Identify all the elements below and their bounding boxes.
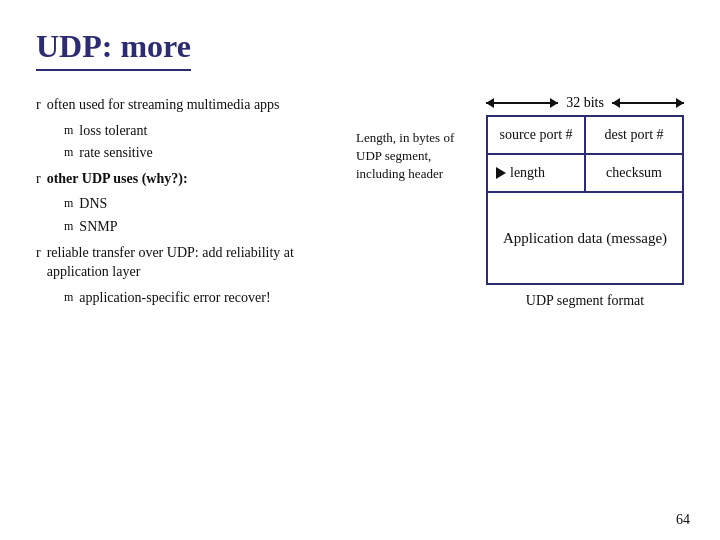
length-cell: length — [488, 155, 586, 191]
udp-row-2: length checksum — [488, 155, 682, 193]
app-data-cell: Application data (message) — [488, 216, 682, 260]
checksum-cell: checksum — [586, 155, 682, 191]
page-number: 64 — [676, 512, 690, 528]
udp-table: source port # dest port # length checksu… — [486, 115, 684, 285]
slide-title: UDP: more — [36, 28, 191, 71]
bullet-text-3: reliable transfer over UDP: add reliabil… — [47, 243, 346, 282]
bullet-2: r other UDP uses (why?): — [36, 169, 346, 189]
right-column: 32 bits source port # dest port # length — [486, 95, 684, 313]
sub-icon-1-2: m — [64, 145, 73, 160]
length-arrow-icon — [496, 167, 506, 179]
sub-bullet-2-1: m DNS — [64, 194, 346, 214]
bits-label-row: 32 bits — [486, 95, 684, 111]
sub-text-snmp: SNMP — [79, 217, 117, 237]
sub-bullet-1-2: m rate sensitive — [64, 143, 346, 163]
source-port-cell: source port # — [488, 117, 586, 153]
bits-arrow-left — [486, 102, 558, 104]
sub-bullet-1-1: m loss tolerant — [64, 121, 346, 141]
bits-label: 32 bits — [558, 95, 612, 111]
sub-bullets-1: m loss tolerant m rate sensitive — [64, 121, 346, 163]
content-area: r often used for streaming multimedia ap… — [36, 95, 684, 313]
dest-port-cell: dest port # — [586, 117, 682, 153]
bullet-text-2: other UDP uses (why?): — [47, 169, 188, 189]
bullet-icon-1: r — [36, 97, 41, 113]
middle-column: Length, in bytes of UDP segment, includi… — [356, 95, 476, 313]
format-label: UDP segment format — [486, 293, 684, 309]
bullet-1: r often used for streaming multimedia ap… — [36, 95, 346, 115]
sub-text-rate-sensitive: rate sensitive — [79, 143, 152, 163]
bits-arrow-right — [612, 102, 684, 104]
bullet-text-1: often used for streaming multimedia apps — [47, 95, 280, 115]
bullet-icon-2: r — [36, 171, 41, 187]
length-text: length — [510, 165, 545, 181]
sub-text-app-error: application-specific error recover! — [79, 288, 270, 308]
sub-icon-2-1: m — [64, 196, 73, 211]
length-label: Length, in bytes of UDP segment, includi… — [356, 129, 476, 184]
sub-bullet-3-1: m application-specific error recover! — [64, 288, 346, 308]
sub-bullet-2-2: m SNMP — [64, 217, 346, 237]
left-column: r often used for streaming multimedia ap… — [36, 95, 346, 313]
sub-icon-3-1: m — [64, 290, 73, 305]
bullet-icon-3: r — [36, 245, 41, 261]
sub-bullets-3: m application-specific error recover! — [64, 288, 346, 308]
bullet-3: r reliable transfer over UDP: add reliab… — [36, 243, 346, 308]
slide: UDP: more r often used for streaming mul… — [0, 0, 720, 540]
udp-row-1: source port # dest port # — [488, 117, 682, 155]
sub-text-dns: DNS — [79, 194, 107, 214]
sub-bullets-2: m DNS m SNMP — [64, 194, 346, 236]
sub-icon-1-1: m — [64, 123, 73, 138]
length-arrow-row: length — [496, 165, 576, 181]
sub-icon-2-2: m — [64, 219, 73, 234]
sub-text-loss-tolerant: loss tolerant — [79, 121, 147, 141]
udp-row-3: Application data (message) — [488, 193, 682, 283]
